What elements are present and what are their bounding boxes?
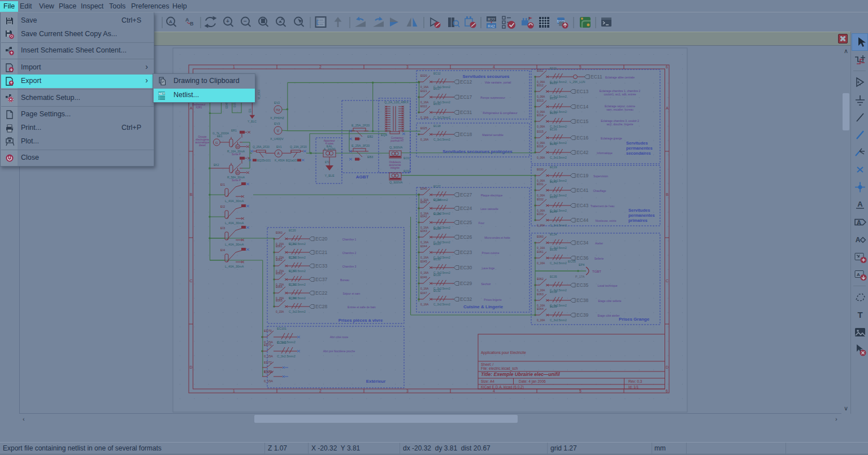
svg-text:EO1: EO1 xyxy=(403,156,410,160)
svg-text:Vide sanitaire, portail: Vide sanitaire, portail xyxy=(485,81,511,84)
svg-text:A: A xyxy=(857,219,861,226)
svg-text:EC13: EC13 xyxy=(576,89,589,94)
svg-text:E022: E022 xyxy=(420,104,427,108)
svg-text:E064: E064 xyxy=(537,307,544,310)
svg-text:Atelier: Atelier xyxy=(595,242,604,245)
svg-text:jour/nuit HT: jour/nuit HT xyxy=(390,139,404,142)
svg-text:A: A xyxy=(857,200,863,208)
svg-text:0_16A: 0_16A xyxy=(420,287,429,290)
svg-text:Sheet: /: Sheet: / xyxy=(481,362,494,366)
svg-text:E064: E064 xyxy=(276,285,283,288)
svg-text:5: 5 xyxy=(579,65,581,69)
svg-text:3: 3 xyxy=(406,389,409,393)
svg-text:Etage côté sellerie: Etage côté sellerie xyxy=(598,299,621,303)
svg-text:sam, escalier, bureau: sam, escalier, bureau xyxy=(606,108,633,111)
svg-text:C_3x2.5mm2: C_3x2.5mm2 xyxy=(433,303,450,306)
svg-text:EC18: EC18 xyxy=(460,132,472,137)
svg-text:Plaque électrique: Plaque électrique xyxy=(481,194,503,197)
svg-text:3: 3 xyxy=(406,65,409,69)
svg-text:EC39: EC39 xyxy=(550,305,557,308)
svg-text:EC24: EC24 xyxy=(433,198,441,202)
svg-text:EC18: EC18 xyxy=(433,124,441,128)
svg-text:E016: E016 xyxy=(537,145,544,148)
svg-text:E060: E060 xyxy=(537,235,544,238)
svg-text:Prises cuisine: Prises cuisine xyxy=(482,251,500,255)
svg-text:EC29: EC29 xyxy=(433,273,441,277)
svg-text:EC44: EC44 xyxy=(576,217,589,223)
svg-text:EC34: EC34 xyxy=(576,240,589,246)
svg-text:EC43: EC43 xyxy=(550,195,557,199)
svg-text:Sortie P: Sortie P xyxy=(232,153,241,156)
svg-text:Y_ELC: Y_ELC xyxy=(248,120,257,123)
svg-text:E012: E012 xyxy=(537,84,544,87)
svg-text:0_16A: 0_16A xyxy=(420,303,429,306)
svg-text:EC20: EC20 xyxy=(289,229,296,232)
svg-text:Séjour et sam: Séjour et sam xyxy=(343,292,361,295)
svg-text:E013: E013 xyxy=(537,99,544,102)
svg-text:Hz: Hz xyxy=(276,108,280,112)
svg-text:EV1: EV1 xyxy=(276,145,282,148)
svg-text:W_15C0: W_15C0 xyxy=(258,89,261,99)
svg-text:E061: E061 xyxy=(276,244,283,248)
svg-text:0_16A: 0_16A xyxy=(537,318,545,322)
svg-text:0_16A: 0_16A xyxy=(420,138,429,141)
svg-text:Four: Four xyxy=(479,221,485,225)
svg-text:EC41: EC41 xyxy=(550,180,557,183)
svg-text:EC33: EC33 xyxy=(315,263,328,269)
svg-text:B: B xyxy=(666,193,669,196)
svg-text:E060: E060 xyxy=(276,231,283,234)
svg-text:TGBT: TGBT xyxy=(592,270,601,273)
svg-text:EC27: EC27 xyxy=(433,185,441,188)
svg-text:0_16A: 0_16A xyxy=(420,85,429,89)
svg-text:NET: NET xyxy=(159,92,166,95)
svg-text:A: A xyxy=(666,106,669,110)
svg-text:X_PH0HZ: X_PH0HZ xyxy=(270,116,284,120)
svg-text:EK2: EK2 xyxy=(214,163,219,167)
svg-text:ED70: ED70 xyxy=(264,329,272,333)
svg-text:EC35: EC35 xyxy=(550,275,557,278)
svg-text:E032: E032 xyxy=(537,198,544,201)
svg-text:E020: E020 xyxy=(420,74,427,77)
svg-text:Entrée et salle de bain: Entrée et salle de bain xyxy=(348,305,376,309)
svg-text:Date: 4 jan 2006: Date: 4 jan 2006 xyxy=(519,379,546,384)
svg-text:E061: E061 xyxy=(537,250,544,253)
svg-text:EC26: EC26 xyxy=(433,227,441,230)
svg-text:EE1: EE1 xyxy=(217,134,223,138)
svg-text:E044: E044 xyxy=(420,244,427,248)
svg-text:EC36: EC36 xyxy=(576,255,589,261)
svg-text:E063: E063 xyxy=(537,292,544,296)
svg-text:0_06A: 0_06A xyxy=(537,156,545,159)
svg-text:Prises pièces à vivre: Prises pièces à vivre xyxy=(338,318,383,323)
svg-text:EC19: EC19 xyxy=(576,173,589,178)
svg-text:M: M xyxy=(236,171,239,174)
svg-text:Local technique: Local technique xyxy=(597,284,617,287)
svg-text:C_3x1.5mm2: C_3x1.5mm2 xyxy=(550,156,567,159)
svg-text:C_3x2.5mm2: C_3x2.5mm2 xyxy=(289,310,306,313)
svg-text:EC17: EC17 xyxy=(433,87,441,90)
svg-text:Micro-ondes et hotte: Micro-ondes et hotte xyxy=(484,236,510,239)
svg-text:Prises Grange: Prises Grange xyxy=(619,317,650,322)
svg-text:Prises lingerie: Prises lingerie xyxy=(484,298,502,301)
svg-text:intégrée: intégrée xyxy=(390,167,400,169)
svg-text:Bureau: Bureau xyxy=(340,278,349,282)
svg-text:D: D xyxy=(189,365,192,369)
svg-text:0_06A: 0_06A xyxy=(537,194,545,197)
svg-text:EI1: EI1 xyxy=(220,183,225,186)
svg-text:EC32: EC32 xyxy=(460,296,472,302)
svg-text:EV2: EV2 xyxy=(274,101,280,104)
svg-text:EQ25n101: EQ25n101 xyxy=(257,159,271,162)
svg-text:E025: E025 xyxy=(420,126,427,130)
svg-text:Matériel sensible: Matériel sensible xyxy=(482,133,504,137)
svg-text:0_16A: 0_16A xyxy=(420,256,429,259)
svg-text:E033: E033 xyxy=(537,212,544,216)
svg-text:EC28: EC28 xyxy=(289,296,296,300)
svg-text:Size: A4: Size: A4 xyxy=(481,379,494,383)
svg-text:EC102: EC102 xyxy=(277,341,287,344)
svg-text:primaires: primaires xyxy=(628,218,648,223)
svg-text:C_3x2.5mm2: C_3x2.5mm2 xyxy=(550,318,567,322)
svg-text:permanentes: permanentes xyxy=(626,146,653,151)
svg-text:File: electric.kicad_sch: File: electric.kicad_sch xyxy=(481,366,518,371)
svg-text:M: M xyxy=(236,145,239,148)
svg-text:Chambre 2: Chambre 2 xyxy=(342,251,357,255)
svg-text:L_25K_LUN: L_25K_LUN xyxy=(570,80,585,84)
